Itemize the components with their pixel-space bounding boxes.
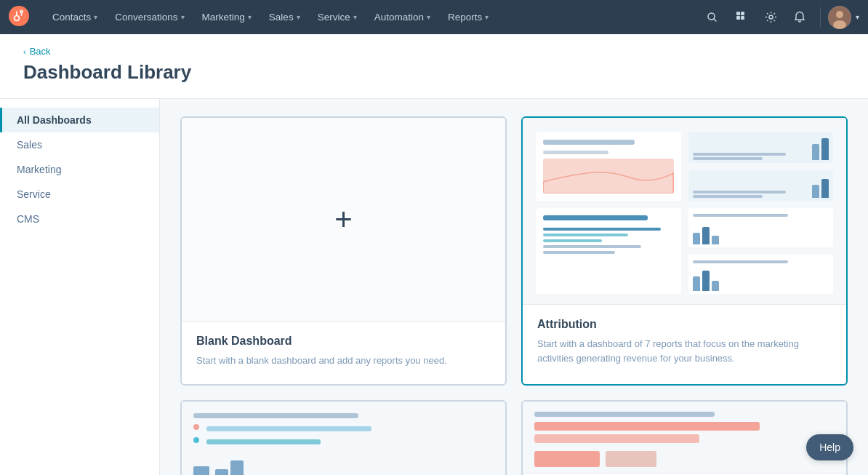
partial-card-right[interactable]: [521, 400, 848, 476]
preview-mini-widget-3: [688, 208, 834, 247]
partial-dot-pink: [193, 424, 199, 430]
partial-row-2: [193, 437, 494, 444]
preview-area-chart: [543, 159, 674, 193]
hubspot-logo[interactable]: [9, 6, 32, 29]
nav-conversations[interactable]: Conversations ▾: [106, 0, 193, 34]
partial-card-left-preview: [182, 402, 505, 476]
chevron-down-icon: ▾: [248, 13, 252, 21]
nav-items: Contacts ▾ Conversations ▾ Marketing ▾ S…: [44, 0, 699, 34]
avatar[interactable]: [828, 6, 851, 29]
help-button[interactable]: Help: [806, 434, 853, 460]
preview-mini-bar-2: [688, 170, 834, 201]
nav-marketing[interactable]: Marketing ▾: [193, 0, 260, 34]
sidebar-item-all-dashboards[interactable]: All Dashboards: [0, 108, 159, 132]
chevron-down-icon: ▾: [353, 13, 357, 21]
sidebar: All Dashboards Sales Marketing Service C…: [0, 99, 160, 475]
blank-dashboard-card[interactable]: + Blank Dashboard Start with a blank das…: [180, 116, 507, 386]
attribution-card-info: Attribution Start with a dashboard of 7 …: [523, 305, 846, 381]
nav-divider: [820, 7, 821, 28]
partial-bar-group: [215, 455, 244, 476]
settings-button[interactable]: [758, 4, 784, 31]
partial2-mini: [534, 451, 835, 467]
chevron-down-icon: ▾: [94, 13, 97, 21]
main-layout: All Dashboards Sales Marketing Service C…: [0, 99, 868, 475]
partial2-header: [534, 412, 715, 417]
nav-contacts[interactable]: Contacts ▾: [44, 0, 106, 34]
page-header: ‹ Back Dashboard Library: [0, 34, 868, 99]
apps-button[interactable]: [728, 4, 755, 31]
back-link[interactable]: ‹ Back: [23, 46, 845, 57]
avatar-chevron-icon[interactable]: ▾: [856, 13, 859, 21]
svg-rect-5: [741, 16, 744, 20]
preview-right-col: [688, 132, 834, 201]
attribution-card-title: Attribution: [537, 318, 832, 331]
chevron-down-icon: ▾: [181, 13, 185, 21]
sidebar-item-service[interactable]: Service: [0, 182, 159, 207]
preview-mini-widget-4: [688, 255, 834, 294]
sidebar-item-marketing[interactable]: Marketing: [0, 157, 159, 182]
page-title: Dashboard Library: [23, 61, 845, 84]
nav-automation[interactable]: Automation ▾: [366, 0, 439, 34]
partial-card-right-preview: [523, 402, 846, 474]
partial-card-left[interactable]: [180, 400, 507, 476]
blank-card-desc: Start with a blank dashboard and add any…: [196, 354, 491, 368]
partial-mini-bars: [193, 455, 209, 476]
sidebar-item-cms[interactable]: CMS: [0, 207, 159, 231]
preview-widget-lines: [536, 208, 681, 294]
blank-card-preview: +: [182, 118, 505, 322]
notifications-button[interactable]: [787, 4, 813, 31]
partial-header-line: [193, 413, 358, 418]
svg-rect-4: [736, 16, 740, 20]
nav-reports[interactable]: Reports ▾: [439, 0, 497, 34]
plus-icon: +: [334, 204, 353, 235]
attribution-dashboard-card[interactable]: Attribution Start with a dashboard of 7 …: [521, 116, 848, 386]
preview-widget-header: [543, 140, 635, 145]
attribution-card-desc: Start with a dashboard of 7 reports that…: [537, 337, 832, 365]
preview-widget-area: [536, 132, 681, 201]
partial-dot-teal: [193, 437, 199, 443]
blank-card-title: Blank Dashboard: [196, 335, 491, 348]
partial2-bar-row: [534, 422, 835, 443]
back-chevron-icon: ‹: [23, 47, 26, 56]
svg-rect-3: [741, 12, 744, 15]
preview-lines: [543, 228, 674, 254]
preview-mini-bar-1: [688, 132, 834, 163]
chevron-down-icon: ▾: [427, 13, 430, 21]
blank-card-info: Blank Dashboard Start with a blank dashb…: [182, 322, 505, 384]
partial-row-1: [193, 424, 494, 431]
chevron-down-icon: ▾: [297, 13, 300, 21]
topnav-right: ▾: [699, 4, 859, 31]
preview-bottom-right: [688, 208, 834, 294]
svg-point-8: [836, 11, 843, 18]
nav-service[interactable]: Service ▾: [309, 0, 366, 34]
partial-mini-bars-row: [193, 455, 494, 476]
content-area: + Blank Dashboard Start with a blank das…: [160, 99, 868, 475]
svg-rect-2: [736, 12, 740, 15]
attribution-card-preview: [523, 118, 846, 305]
top-navigation: Contacts ▾ Conversations ▾ Marketing ▾ S…: [0, 0, 868, 34]
nav-sales[interactable]: Sales ▾: [260, 0, 309, 34]
svg-point-9: [833, 20, 846, 29]
sidebar-item-sales[interactable]: Sales: [0, 132, 159, 157]
chevron-down-icon: ▾: [485, 13, 489, 21]
search-button[interactable]: [699, 4, 726, 31]
svg-point-6: [769, 15, 773, 19]
